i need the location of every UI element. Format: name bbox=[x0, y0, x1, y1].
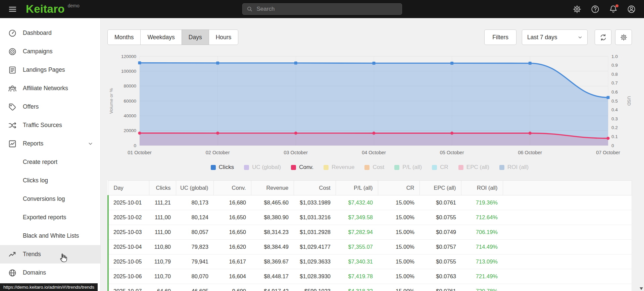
cell-uc-global: 46,605 bbox=[176, 284, 213, 291]
col-header-revenue[interactable]: Revenue bbox=[251, 181, 294, 195]
cell-filler bbox=[503, 254, 632, 269]
app-logo[interactable]: Keitaro bbox=[26, 0, 65, 18]
topbar: Keitaro demo bbox=[0, 0, 644, 18]
col-header-clicks[interactable]: Clicks bbox=[149, 181, 176, 195]
legend-item-roi-all[interactable]: ROI (all) bbox=[499, 164, 529, 171]
settings-button[interactable] bbox=[573, 5, 582, 14]
traffic-icon bbox=[8, 121, 17, 130]
col-header-p-l-all[interactable]: P/L (all) bbox=[336, 181, 378, 195]
sidebar-item-label: Affiliate Networks bbox=[23, 85, 68, 92]
sidebar-item-affiliate-networks[interactable]: Affiliate Networks bbox=[0, 79, 100, 98]
sidebar-item-domains[interactable]: Domains bbox=[0, 264, 100, 282]
tab-months[interactable]: Months bbox=[107, 30, 141, 45]
col-header-day[interactable]: Day bbox=[108, 181, 149, 195]
cell-filler bbox=[503, 269, 632, 284]
sidebar-item-trends[interactable]: Trends bbox=[0, 245, 100, 264]
cell-p-l-all: $7,355.07 bbox=[336, 240, 378, 254]
cell-filler bbox=[503, 225, 632, 240]
global-search[interactable] bbox=[242, 3, 402, 15]
sidebar-item-create-report[interactable]: Create report bbox=[0, 153, 100, 171]
offers-icon-wrap bbox=[8, 103, 17, 111]
cell-filler bbox=[503, 284, 632, 291]
cell-revenue: $8,384.49 bbox=[251, 240, 294, 254]
legend-label: ROI (all) bbox=[507, 164, 529, 171]
chart-legend: ClicksUC (global)Conv.RevenueCostP/L (al… bbox=[107, 162, 632, 172]
account-button[interactable] bbox=[627, 5, 636, 14]
cell-conv: 16,650 bbox=[213, 225, 251, 240]
notifications-button[interactable] bbox=[609, 5, 618, 14]
sidebar-item-clicks-log[interactable]: Clicks log bbox=[0, 171, 100, 190]
date-range-select[interactable]: Last 7 days bbox=[522, 30, 588, 45]
col-header-conv[interactable]: Conv. bbox=[213, 181, 251, 195]
col-header-roi-all[interactable]: ROI (all) bbox=[461, 181, 503, 195]
tab-hours[interactable]: Hours bbox=[209, 30, 239, 45]
help-button[interactable] bbox=[591, 5, 600, 14]
cell-epc-all: $0.0749 bbox=[419, 225, 461, 240]
legend-item-cost[interactable]: Cost bbox=[364, 164, 384, 171]
cell-revenue: $8,369.67 bbox=[251, 254, 294, 269]
legend-swatch bbox=[394, 165, 399, 170]
cell-cr: 15.00% bbox=[378, 225, 419, 240]
legend-label: P/L (all) bbox=[402, 164, 422, 171]
menu-toggle-button[interactable] bbox=[8, 5, 17, 14]
campaigns-icon bbox=[8, 47, 17, 56]
sidebar-item-reports[interactable]: Reports bbox=[0, 134, 100, 153]
legend-item-epc-all[interactable]: EPC (all) bbox=[458, 164, 489, 171]
svg-text:0.7: 0.7 bbox=[611, 80, 618, 85]
search-input[interactable] bbox=[256, 5, 398, 13]
sidebar-item-traffic-sources[interactable]: Traffic Sources bbox=[0, 116, 100, 134]
sidebar-item-label: Campaigns bbox=[23, 48, 53, 55]
trends-chart[interactable]: 02000040000600008000010000012000000.10.2… bbox=[107, 53, 632, 158]
col-header-cost[interactable]: Cost bbox=[294, 181, 336, 195]
legend-item-revenue[interactable]: Revenue bbox=[324, 164, 354, 171]
table-row: 2025-10-0764,6046,6059,690$4,917.42$599.… bbox=[108, 284, 632, 291]
tab-days[interactable]: Days bbox=[182, 30, 209, 45]
legend-item-uc-global[interactable]: UC (global) bbox=[244, 164, 281, 171]
svg-text:100000: 100000 bbox=[121, 69, 136, 74]
sidebar-item-exported-reports[interactable]: Exported reports bbox=[0, 208, 100, 227]
svg-text:1.0: 1.0 bbox=[611, 54, 618, 59]
offers-icon bbox=[8, 103, 17, 111]
trends-chart-svg: 02000040000600008000010000012000000.10.2… bbox=[107, 53, 632, 158]
svg-text:80000: 80000 bbox=[123, 83, 136, 89]
cell-cr: 15.00% bbox=[378, 240, 419, 254]
legend-item-conv[interactable]: Conv. bbox=[291, 164, 313, 171]
legend-item-p-l-all[interactable]: P/L (all) bbox=[394, 164, 422, 171]
scrollbar-down-arrow[interactable] bbox=[640, 287, 643, 290]
cell-conv: 16,680 bbox=[213, 195, 251, 210]
landings-icon-wrap bbox=[8, 66, 17, 74]
filters-button[interactable]: Filters bbox=[484, 30, 516, 45]
report-settings-button[interactable] bbox=[615, 30, 632, 45]
col-header-epc-all[interactable]: EPC (all) bbox=[419, 181, 461, 195]
legend-label: Revenue bbox=[332, 164, 354, 171]
cell-clicks: 110,70 bbox=[149, 269, 176, 284]
legend-swatch bbox=[244, 165, 249, 170]
cell-revenue: $8,448.17 bbox=[251, 269, 294, 284]
cell-cr: 15.00% bbox=[378, 269, 419, 284]
sidebar-item-black-and-white-lists[interactable]: Black and White Lists bbox=[0, 227, 100, 245]
col-header-uc-global[interactable]: UC (global) bbox=[176, 181, 213, 195]
sidebar-item-campaigns[interactable]: Campaigns bbox=[0, 42, 100, 61]
cell-conv: 16,617 bbox=[213, 254, 251, 269]
sidebar-item-offers[interactable]: Offers bbox=[0, 98, 100, 116]
refresh-button[interactable] bbox=[595, 30, 611, 45]
svg-text:06 October: 06 October bbox=[518, 150, 542, 155]
svg-text:USD: USD bbox=[627, 96, 632, 106]
cell-epc-all: $0.0757 bbox=[419, 240, 461, 254]
tab-weekdays[interactable]: Weekdays bbox=[140, 30, 182, 45]
legend-label: UC (global) bbox=[252, 164, 281, 171]
col-header-cr[interactable]: CR bbox=[378, 181, 419, 195]
avatar-icon bbox=[627, 5, 636, 14]
select-chevron-wrap bbox=[577, 35, 583, 40]
sidebar-item-label: Reports bbox=[23, 140, 43, 147]
table-row: 2025-10-02111,0080,12416,650$8,380.90$1,… bbox=[108, 210, 632, 225]
sidebar-item-conversions-log[interactable]: Conversions log bbox=[0, 190, 100, 208]
legend-label: Clicks bbox=[219, 164, 234, 171]
affiliate-icon-wrap bbox=[8, 84, 17, 93]
sidebar-item-dashboard[interactable]: Dashboard bbox=[0, 24, 100, 42]
dashboard-icon-wrap bbox=[8, 29, 17, 38]
legend-item-clicks[interactable]: Clicks bbox=[211, 164, 234, 171]
legend-item-cr[interactable]: CR bbox=[432, 164, 448, 171]
sidebar-item-landings-pages[interactable]: Landings Pages bbox=[0, 61, 100, 79]
cell-cr: 15.00% bbox=[378, 254, 419, 269]
